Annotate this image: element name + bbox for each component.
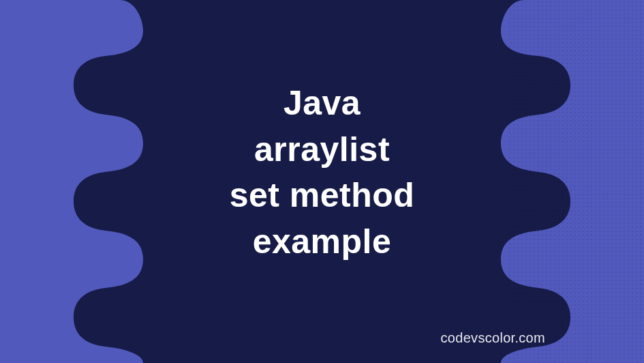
site-watermark: codevscolor.com	[441, 330, 545, 346]
title-line-3: set method	[230, 176, 415, 214]
banner-container: Java arraylist set method example codevs…	[0, 0, 644, 363]
title-line-2: arraylist	[254, 130, 390, 168]
halftone-dots	[508, 0, 644, 363]
banner-title: Java arraylist set method example	[230, 81, 415, 265]
title-line-1: Java	[283, 84, 361, 122]
title-line-4: example	[253, 222, 392, 260]
